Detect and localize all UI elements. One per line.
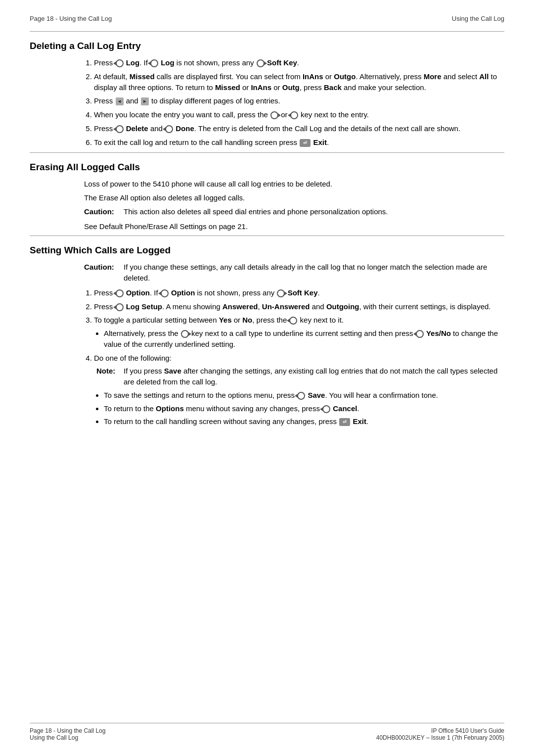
footer-content: Page 18 - Using the Call Log Using the C…	[30, 727, 504, 741]
step4-bullet-3: To return to the call handling screen wi…	[104, 416, 504, 427]
footer-left: Page 18 - Using the Call Log Using the C…	[30, 727, 105, 741]
exit-button-icon2: ⏎	[339, 418, 350, 426]
caution-label-2: Caution:	[84, 262, 124, 284]
option-softkey-icon	[116, 289, 124, 297]
section-setting: Setting Which Calls are Logged Caution: …	[30, 245, 504, 427]
section-title-setting: Setting Which Calls are Logged	[30, 245, 504, 256]
delete-softkey-icon	[116, 125, 124, 133]
left-arrow-icon	[116, 97, 124, 105]
header-left: Page 18 - Using the Call Log	[30, 15, 112, 22]
header-right: Using the Call Log	[452, 15, 504, 22]
rsk-underline-icon	[181, 330, 189, 338]
footer-right-line2: 40DHB0002UKEY – Issue 1 (7th February 20…	[376, 734, 504, 741]
page-container: Page 18 - Using the Call Log Using the C…	[0, 0, 534, 756]
footer-right-line1: IP Office 5410 User's Guide	[376, 727, 504, 734]
erasing-para-1: Loss of power to the 5410 phone will cau…	[84, 179, 504, 189]
footer-right: IP Office 5410 User's Guide 40DHB0002UKE…	[376, 727, 504, 741]
erasing-caution: Caution: This action also deletes all sp…	[84, 206, 504, 217]
page-header: Page 18 - Using the Call Log Using the C…	[30, 15, 504, 22]
lsk-toggle-icon	[289, 317, 297, 325]
caution-label: Caution:	[84, 206, 124, 217]
rsk-icon	[270, 111, 278, 119]
note-label: Note:	[96, 366, 124, 387]
yesno-softkey-icon	[416, 330, 424, 338]
done-softkey-icon	[165, 125, 173, 133]
step3-bullets: Alternatively, press the key next to a c…	[104, 328, 504, 350]
step-delete-6: To exit the call log and return to the c…	[94, 137, 504, 148]
step3-bullet-1: Alternatively, press the key next to a c…	[104, 328, 504, 350]
right-arrow-icon	[141, 97, 149, 105]
lsk-icon	[290, 111, 298, 119]
save-softkey-icon	[297, 392, 305, 400]
log-softkey-icon2	[150, 59, 158, 67]
header-divider	[30, 31, 504, 32]
section-title-deleting: Deleting a Call Log Entry	[30, 41, 504, 51]
step-setting-3: To toggle a particular setting between Y…	[94, 315, 504, 349]
step-setting-4: Do one of the following: Note: If you pr…	[94, 353, 504, 427]
caution-content: This action also deletes all speed dial …	[124, 206, 504, 217]
erasing-see-ref: See Default Phone/Erase All Settings on …	[84, 221, 504, 232]
step-delete-5: Press Delete and Done. The entry is dele…	[94, 123, 504, 134]
option-softkey-icon2	[161, 289, 169, 297]
steps-list-deleting: Press Log. If Log is not shown, press an…	[84, 57, 504, 147]
erasing-para-2: The Erase All option also deletes all lo…	[84, 192, 504, 203]
step4-bullets: To save the settings and return to the o…	[104, 390, 504, 427]
section-title-erasing: Erasing All Logged Calls	[30, 162, 504, 173]
step-delete-1: Press Log. If Log is not shown, press an…	[94, 57, 504, 68]
logsetup-softkey-icon	[116, 303, 124, 311]
soft-key-icon2	[277, 289, 285, 297]
caution-content-2: If you change these settings, any call d…	[124, 262, 504, 284]
page-footer: Page 18 - Using the Call Log Using the C…	[30, 723, 504, 741]
erasing-divider	[30, 152, 504, 153]
footer-left-line1: Page 18 - Using the Call Log	[30, 727, 105, 734]
exit-button-icon: ⏎	[300, 139, 311, 147]
step4-note: Note: If you press Save after changing t…	[96, 366, 504, 387]
step4-bullet-1: To save the settings and return to the o…	[104, 390, 504, 401]
setting-divider	[30, 236, 504, 236]
steps-list-setting: Press Option. If Option is not shown, pr…	[84, 287, 504, 427]
setting-caution: Caution: If you change these settings, a…	[84, 262, 504, 284]
step-delete-3: Press and to display different pages of …	[94, 95, 504, 106]
step4-bullet-2: To return to the Options menu without sa…	[104, 403, 504, 414]
step-setting-1: Press Option. If Option is not shown, pr…	[94, 287, 504, 298]
step-setting-2: Press Log Setup. A menu showing Answered…	[94, 301, 504, 312]
log-softkey-icon	[116, 59, 124, 67]
section-erasing: Erasing All Logged Calls Loss of power t…	[30, 162, 504, 232]
footer-left-line2: Using the Call Log	[30, 734, 105, 741]
soft-key-icon	[257, 59, 265, 67]
cancel-softkey-icon	[322, 405, 330, 413]
section-deleting: Deleting a Call Log Entry Press Log. If …	[30, 41, 504, 147]
step-delete-4: When you locate the entry you want to ca…	[94, 109, 504, 120]
step-delete-2: At default, Missed calls are displayed f…	[94, 71, 504, 93]
note-content: If you press Save after changing the set…	[124, 366, 504, 387]
